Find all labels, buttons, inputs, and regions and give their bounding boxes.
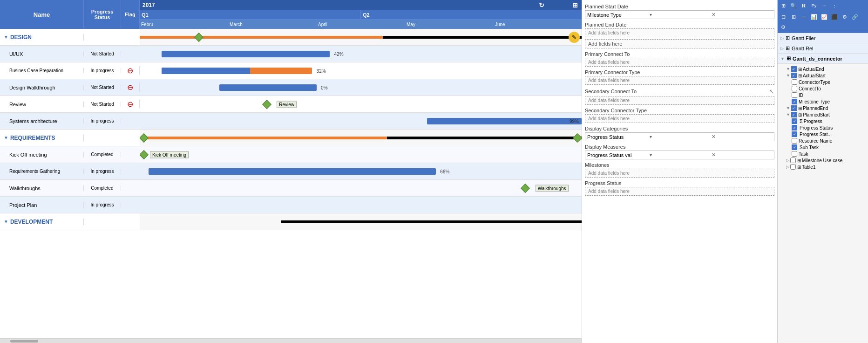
milestone-label-review: Review (277, 101, 297, 108)
pct-rg: 66% (440, 169, 449, 174)
edit-icon-design[interactable]: ✎ (569, 32, 580, 43)
rp-filter-icon[interactable]: ⊞ (779, 1, 788, 10)
list-item[interactable]: Task (792, 151, 866, 157)
table-row: Kick Off meeting Completed Kick Off meet… (0, 146, 582, 163)
scrollbar-thumb[interactable] (10, 340, 38, 343)
display-measures-dropdown[interactable]: Progress Status val ▾ ✕ (585, 151, 774, 159)
rp-chart-icon[interactable]: 📊 (809, 12, 819, 21)
pct-dw: 0% (321, 85, 327, 90)
rp-gantt-icon[interactable]: ⬛ (830, 12, 839, 21)
col-progress-header: Progress Status (84, 0, 121, 29)
rp-more-icon[interactable]: ··· (820, 1, 829, 10)
list-item[interactable]: ▼ ✓ ⊞ PlannedEnd (786, 105, 866, 111)
milestone-type-dropdown[interactable]: Milestone Type ▾ ✕ (585, 10, 774, 19)
checkbox-actualend[interactable]: ✓ (791, 66, 797, 72)
add-fields-top-section: Add fields here (585, 39, 774, 48)
rp-bar-icon[interactable]: ≡ (799, 12, 808, 21)
add-fields-milestones[interactable]: Add data fields here (585, 169, 774, 178)
rp-settings-icon[interactable]: ⚙ (779, 22, 788, 32)
list-item[interactable]: Resource Name (792, 137, 866, 144)
rp-search-icon[interactable]: 🔍 (789, 1, 798, 10)
tree-expand-icon[interactable]: ▼ (786, 67, 790, 71)
dropdown-arrow-icon-cat: ▾ (650, 134, 710, 139)
chevron-down-icon-dev[interactable]: ▼ (4, 219, 8, 224)
add-fields-primary-connector[interactable]: Add data fields here (585, 76, 774, 85)
rp-expand-icon[interactable]: ⊟ (779, 12, 788, 21)
checkbox-milestoneusecase[interactable] (790, 158, 796, 163)
rp-line-icon[interactable]: 📈 (820, 12, 829, 21)
flag-icon-review: ⊖ (127, 100, 133, 109)
row-name-wt: Walkthroughs (0, 185, 84, 191)
list-item[interactable]: ConnectorType (792, 79, 866, 85)
checkbox-progressstatus[interactable]: ✓ (792, 125, 797, 130)
checkbox-resourcename[interactable] (792, 138, 797, 144)
tree-expand-icon-pe[interactable]: ▼ (786, 106, 790, 110)
close-icon-cat[interactable]: ✕ (712, 134, 772, 140)
add-fields-progress-status[interactable]: Add data fields here (585, 187, 774, 196)
checkbox-plannedstart[interactable]: ✓ (791, 112, 797, 117)
add-fields-planned-end[interactable]: Add data fields here (585, 28, 774, 37)
checkbox-connectto[interactable] (792, 86, 797, 91)
milestone-label-kom: Kick Off meeting (150, 151, 189, 158)
list-item[interactable]: ▷ ⊞ Milestone Use case (786, 157, 866, 164)
gantt-ds-connector-row[interactable]: ▼ ⊞ Gantt_ds_connector (778, 54, 868, 64)
checkbox-task[interactable] (792, 151, 797, 157)
checkbox-progress[interactable]: ✓ (792, 118, 797, 124)
expand-icon-main[interactable]: ▼ (780, 56, 785, 61)
tree-expand-icon-ps[interactable]: ▼ (786, 112, 790, 117)
dropdown-arrow-icon-meas: ▾ (650, 152, 710, 158)
add-fields-top[interactable]: Add fields here (585, 39, 774, 48)
list-item[interactable]: ✓ Progress Status (792, 124, 866, 131)
tree-expand-icon-t1[interactable]: ▷ (786, 165, 789, 169)
list-item[interactable]: ID (792, 92, 866, 98)
expand-icon-gr[interactable]: ▷ (780, 46, 784, 51)
rp-py-icon[interactable]: Py (809, 1, 819, 10)
list-item[interactable]: ✓ Progress Stat... (792, 131, 866, 137)
display-categories-dropdown[interactable]: Progress Status ▾ ✕ (585, 132, 774, 141)
list-item[interactable]: ✓ Σ Progress (792, 118, 866, 124)
list-item[interactable]: ✓ Milestone Type (792, 98, 866, 105)
row-timeline-rg: 66% (140, 163, 582, 179)
grid-icon[interactable]: ⊞ (572, 1, 578, 9)
checkbox-milestonetype[interactable]: ✓ (792, 99, 797, 104)
rp-dots-icon[interactable]: ⋮ (830, 1, 839, 10)
rp-gear-icon[interactable]: ⚙ (840, 12, 849, 21)
checkbox-connectortype[interactable] (792, 79, 797, 85)
rp-table-icon[interactable]: ⊞ (789, 12, 798, 21)
label-progressstatus: Progress Status (800, 125, 833, 130)
row-timeline-pp (140, 197, 582, 213)
list-item[interactable]: ▼ ✓ ⊞ PlannedStart (786, 111, 866, 118)
checkbox-progressstat[interactable]: ✓ (792, 131, 797, 137)
gantt-rel-row: ▷ ⊞ Gantt Rel (778, 43, 868, 54)
list-item[interactable]: ▷ ⊞ Table1 (786, 164, 866, 170)
chevron-down-icon[interactable]: ▼ (4, 34, 8, 40)
close-icon-meas[interactable]: ✕ (712, 152, 772, 158)
refresh-icon[interactable]: ↻ (539, 1, 544, 9)
checkbox-actualstart[interactable]: ✓ (791, 73, 797, 78)
horizontal-scrollbar[interactable] (0, 338, 582, 343)
checkbox-subtask[interactable]: ✓ (792, 144, 797, 150)
tree-expand-icon-as[interactable]: ▼ (786, 73, 790, 78)
label-actualend: ActualEnd (803, 67, 824, 72)
gantt-chart: Name Progress Status Flag 2017 ↻ ⊞ Q1 Q2… (0, 0, 582, 343)
list-item[interactable]: ConnectTo (792, 85, 866, 92)
list-item[interactable]: ▼ ✓ ⊞ ActualEnd (786, 66, 866, 72)
row-flag-review: ⊖ (121, 100, 140, 109)
label-milestonetype: Milestone Type (799, 99, 830, 104)
rp-link-icon[interactable]: 🔗 (850, 12, 860, 21)
expand-icon-gf[interactable]: ▷ (780, 36, 784, 41)
checkbox-plannedend[interactable]: ✓ (791, 105, 797, 111)
rp-r-icon[interactable]: R (799, 1, 808, 10)
add-fields-secondary-connect[interactable]: Add data fields here (585, 96, 774, 105)
list-item[interactable]: ▼ ✓ ⊞ ActualStart (786, 72, 866, 79)
close-icon[interactable]: ✕ (712, 12, 772, 18)
col-name-header: Name (0, 0, 84, 29)
checkbox-id[interactable] (792, 92, 797, 98)
add-fields-primary-connect[interactable]: Add data fields here (585, 58, 774, 67)
checkbox-table1[interactable] (790, 164, 796, 170)
tree-expand-icon-muc[interactable]: ▷ (786, 158, 789, 163)
chevron-down-icon-req[interactable]: ▼ (4, 135, 8, 140)
add-fields-secondary-connector[interactable]: Add data fields here (585, 114, 774, 123)
primary-connect-label: Primary Connect To (585, 50, 774, 58)
list-item[interactable]: ✓ Sub Task (792, 144, 866, 151)
